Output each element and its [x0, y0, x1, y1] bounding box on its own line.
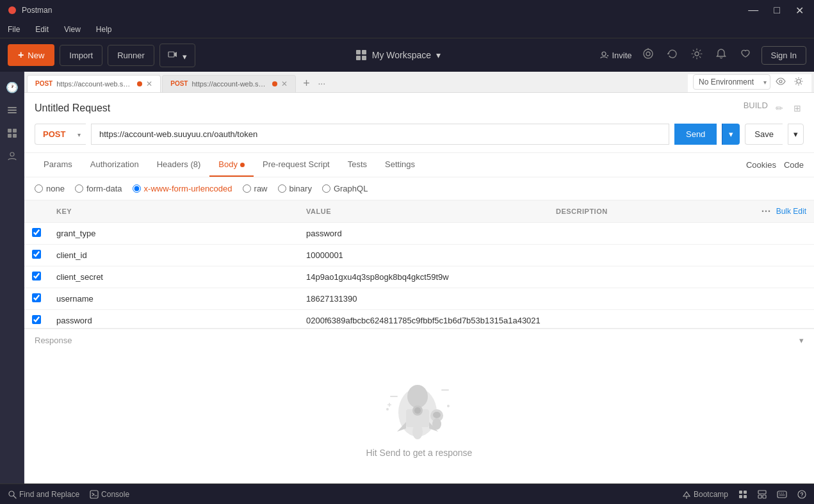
tab-body[interactable]: Body [209, 153, 254, 177]
row-5-desc-cell [548, 310, 814, 329]
row-5-checkbox[interactable] [32, 315, 41, 324]
new-button[interactable]: + New [8, 44, 54, 66]
send-button[interactable]: Send [674, 124, 717, 145]
env-bar: No Environment [688, 74, 811, 92]
minimize-button[interactable]: — [745, 4, 761, 17]
env-settings-icon [794, 76, 804, 86]
response-header[interactable]: Response ▾ [24, 329, 814, 352]
keyboard-button[interactable] [777, 491, 787, 498]
find-replace-button[interactable]: Find and Replace [8, 490, 79, 499]
workspace-button[interactable]: My Workspace ▾ [348, 44, 448, 66]
invite-button[interactable]: Invite [600, 51, 631, 60]
tab-pre-request[interactable]: Pre-request Script [254, 153, 339, 177]
send-dropdown-button[interactable]: ▾ [722, 124, 740, 145]
method-select[interactable]: POST GET PUT PATCH DELETE [35, 124, 86, 145]
import-button[interactable]: Import [60, 45, 102, 66]
row-2-key-input[interactable] [56, 250, 291, 260]
row-1-desc-input[interactable] [556, 229, 806, 238]
menu-file[interactable]: File [5, 22, 22, 37]
env-select[interactable]: No Environment [693, 74, 770, 90]
tab-2-method: POST [170, 80, 188, 87]
table-row [24, 310, 814, 329]
row-1-key-input[interactable] [56, 229, 291, 238]
runner-button[interactable]: Runner [108, 45, 154, 66]
row-4-checkbox-cell [24, 288, 49, 310]
tab-2[interactable]: POST https://account-web.suuyuu.c... ✕ [162, 75, 296, 92]
bulk-edit-button[interactable]: Bulk Edit [776, 207, 806, 216]
row-1-value-input[interactable] [306, 229, 541, 238]
row-4-desc-input[interactable] [556, 294, 806, 304]
tab-tests[interactable]: Tests [339, 153, 376, 177]
bootcamp-button[interactable]: Bootcamp [682, 490, 728, 499]
body-option-raw[interactable]: raw [243, 184, 268, 193]
url-input[interactable] [91, 124, 669, 145]
menu-help[interactable]: Help [94, 22, 115, 37]
tab-params[interactable]: Params [35, 153, 81, 177]
row-3-desc-input[interactable] [556, 272, 806, 282]
console-button[interactable]: Console [90, 490, 129, 499]
sync-icon-button[interactable] [664, 45, 681, 65]
notification-icon-button[interactable] [713, 45, 729, 65]
row-2-value-cell [298, 245, 548, 266]
tab-1[interactable]: POST https://account-web.suuyuu.c... ✕ [27, 75, 161, 92]
row-2-checkbox[interactable] [32, 250, 41, 259]
row-1-checkbox[interactable] [32, 228, 41, 237]
svg-rect-2 [356, 50, 361, 54]
tab-settings[interactable]: Settings [376, 153, 424, 177]
body-option-graphql[interactable]: GraphQL [322, 184, 368, 193]
cookies-link[interactable]: Cookies [746, 160, 776, 170]
save-button[interactable]: Save [745, 124, 783, 145]
menu-edit[interactable]: Edit [33, 22, 51, 37]
menu-view[interactable]: View [61, 22, 83, 37]
help-button[interactable] [797, 490, 806, 499]
sidebar-teams-icon[interactable] [2, 146, 22, 167]
code-link[interactable]: Code [784, 160, 804, 170]
env-eye-button[interactable] [773, 76, 788, 88]
table-more-button[interactable]: ··· [761, 206, 771, 217]
row-2-desc-input[interactable] [556, 250, 806, 260]
row-4-checkbox[interactable] [32, 293, 41, 302]
body-option-urlencoded[interactable]: x-www-form-urlencoded [133, 184, 232, 193]
tab-authorization[interactable]: Authorization [81, 153, 148, 177]
capture-button[interactable]: ▾ [159, 44, 196, 67]
tab-1-close[interactable]: ✕ [146, 79, 152, 88]
workspace-chevron-icon: ▾ [436, 50, 441, 60]
row-2-value-input[interactable] [306, 250, 541, 260]
menu-bar: File Edit View Help [0, 20, 814, 38]
svg-rect-1 [168, 52, 174, 57]
svg-rect-4 [356, 56, 361, 60]
tab-headers[interactable]: Headers (8) [148, 153, 210, 177]
row-5-value-input[interactable] [306, 316, 541, 325]
row-5-desc-input[interactable] [556, 316, 806, 325]
settings-icon-button[interactable] [688, 45, 705, 65]
row-3-checkbox[interactable] [32, 272, 41, 280]
row-4-value-input[interactable] [306, 294, 541, 304]
maximize-button[interactable]: □ [771, 4, 783, 17]
tab-2-close[interactable]: ✕ [281, 79, 288, 88]
sidebar-apis-icon[interactable] [2, 123, 22, 143]
body-option-none[interactable]: none [35, 184, 65, 193]
row-3-key-input[interactable] [56, 272, 291, 282]
svg-point-24 [407, 385, 428, 408]
body-option-form-data[interactable]: form-data [75, 184, 122, 193]
console-label: Console [101, 490, 129, 499]
save-to-collection-button[interactable]: ⊞ [791, 101, 804, 116]
tab-add-button[interactable]: + [297, 74, 315, 92]
layout-button[interactable] [758, 490, 767, 499]
body-option-binary[interactable]: binary [278, 184, 312, 193]
sidebar-history-icon[interactable]: 🕐 [2, 77, 22, 97]
heart-icon-button[interactable] [737, 45, 754, 65]
row-4-key-input[interactable] [56, 294, 291, 304]
row-5-key-input[interactable] [56, 316, 291, 325]
edit-request-button[interactable]: ✏ [773, 101, 786, 116]
row-3-value-input[interactable] [306, 272, 541, 282]
satellite-icon-button[interactable] [640, 45, 656, 65]
svg-rect-3 [362, 50, 366, 54]
close-button[interactable]: ✕ [793, 4, 806, 17]
signin-button[interactable]: Sign In [761, 46, 806, 65]
sidebar-collections-icon[interactable] [2, 100, 22, 120]
tab-more-button[interactable]: ··· [315, 76, 328, 91]
env-settings-button[interactable] [791, 75, 806, 90]
grid-view-button[interactable] [738, 490, 747, 499]
save-dropdown-button[interactable]: ▾ [788, 124, 804, 145]
